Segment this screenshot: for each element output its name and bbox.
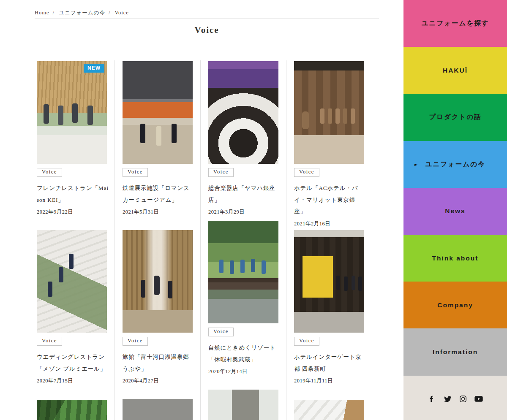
card-image-ryokan-corridor [123,230,193,333]
category-tag: Voice [294,337,319,346]
sidebar-item-think-about[interactable]: Think about [403,235,507,282]
card-image-wedding-staircase [37,230,107,333]
column-divider [114,60,115,420]
card-image-forest [37,400,107,420]
sidebar-item-label: Think about [432,255,479,262]
sidebar-item-news[interactable]: News [403,188,507,235]
card-date: 2021年2月16日 [294,220,367,228]
twitter-icon[interactable] [443,395,452,403]
facebook-icon[interactable] [428,395,436,403]
sidebar-item-label: Information [433,348,478,356]
voice-card-ac-hotel-ginza[interactable]: Voice ホテル「ACホテル・バイ・マリオット東京銀座」 2021年2月16日 [294,61,367,228]
card-title: 鉄道展示施設「ロマンスカーミュージアム」 [123,182,195,206]
category-tag: Voice [37,337,62,346]
voice-card-maison-kei[interactable]: NEW Voice フレンチレストラン「Maison KEI」 2022年9月2… [37,61,109,216]
card-date: 2022年9月22日 [37,209,109,216]
card-date: 2020年4月27日 [123,377,195,385]
card-date: 2020年12月14日 [208,368,281,375]
social-links [403,376,507,420]
card-date: 2021年3月29日 [208,209,281,216]
sidebar-item-company[interactable]: Company [403,282,507,328]
voice-card-partial[interactable] [294,400,367,420]
voice-card-maison-premiere[interactable]: Voice ウエディングレストラン「メゾン プルミエール」 2020年7月15日 [37,230,109,385]
divider-line [35,42,379,42]
card-date: 2021年5月31日 [123,209,195,216]
voice-card-kyukamura-okumusashi[interactable]: Voice 自然にときめくリゾート「休暇村奥武蔵」 2020年12月14日 [208,221,281,375]
sidebar-item-label: ユニフォームを探す [421,19,489,28]
breadcrumb-current: Voice [115,10,129,16]
sidebar-nav: ユニフォームを探す HAKUÏ プロダクトの話 ► ユニフォームの今 News … [403,0,507,420]
voice-card-yamaha-ginza[interactable]: Voice 総合楽器店「ヤマハ銀座店」 2021年3月29日 [208,61,281,216]
card-image-hotel-lobby [294,61,364,164]
breadcrumb-separator: / [53,10,55,16]
voice-card-partial[interactable] [123,399,195,420]
voice-card-ubuya-ryokan[interactable]: Voice 旅館「富士河口湖温泉郷 うぶや」 2020年4月27日 [123,230,195,385]
column-divider [200,60,201,420]
sidebar-item-label: プロダクトの話 [429,113,482,122]
sidebar-item-label: Company [437,301,473,309]
category-tag: Voice [294,168,319,177]
category-tag: Voice [37,168,62,177]
voice-card-romancecar-museum[interactable]: Voice 鉄道展示施設「ロマンスカーミュージアム」 2021年5月31日 [123,61,195,216]
card-image-forest-bridge [208,221,278,323]
card-image-temple-roof [123,399,193,420]
breadcrumb-separator: / [109,10,110,16]
new-badge: NEW [84,64,104,73]
card-date: 2020年7月15日 [37,377,109,385]
page-title: Voice [35,25,379,35]
voice-card-partial[interactable] [37,400,109,420]
card-title: ウエディングレストラン「メゾン プルミエール」 [37,351,109,374]
divider-line [35,19,379,19]
voice-listing-page: Home/ ユニフォームの今/ Voice Voice NEW Voice フレ… [0,0,507,420]
card-date: 2019年11月11日 [294,377,367,385]
card-image-train-museum [123,61,193,164]
sidebar-item-hakui[interactable]: HAKUÏ [403,47,507,94]
category-tag: Voice [123,337,148,346]
breadcrumb-home[interactable]: Home [35,10,49,16]
sidebar-item-label: ユニフォームの今 [425,160,485,169]
card-title: ホテル「ACホテル・バイ・マリオット東京銀座」 [294,182,367,217]
voice-card-intergate-kyoto[interactable]: Voice ホテルインターゲート京都 四条新町 2019年11月11日 [294,230,367,385]
category-tag: Voice [208,328,234,336]
card-image-white-pergola [294,400,364,420]
voice-card-partial[interactable] [208,390,281,420]
card-title: ホテルインターゲート京都 四条新町 [294,351,367,374]
active-arrow-icon: ► [414,162,418,167]
card-image-kyoto-machiya [294,230,364,333]
column-divider [286,60,286,420]
sidebar-item-label: News [445,207,466,215]
sidebar-item-find-uniform[interactable]: ユニフォームを探す [403,0,507,47]
card-image-tree-trunk [208,390,278,420]
sidebar-item-information[interactable]: Information [403,328,507,375]
sidebar-item-label: HAKUÏ [443,67,468,74]
card-title: 旅館「富士河口湖温泉郷 うぶや」 [123,351,195,374]
category-tag: Voice [208,168,234,177]
card-title: 総合楽器店「ヤマハ銀座店」 [208,182,281,206]
youtube-icon[interactable] [474,395,483,403]
card-image-music-store [208,61,278,164]
instagram-icon[interactable] [459,395,467,403]
category-tag: Voice [123,168,148,177]
card-image-restaurant-terrace: NEW [37,61,107,164]
card-title: 自然にときめくリゾート「休暇村奥武蔵」 [208,342,281,365]
card-title: フレンチレストラン「Maison KEI」 [37,182,109,206]
breadcrumb: Home/ ユニフォームの今/ Voice [35,9,131,16]
breadcrumb-uniform-now[interactable]: ユニフォームの今 [59,10,105,16]
sidebar-item-product-story[interactable]: プロダクトの話 [403,94,507,141]
sidebar-item-uniform-now-active[interactable]: ► ユニフォームの今 [403,141,507,188]
